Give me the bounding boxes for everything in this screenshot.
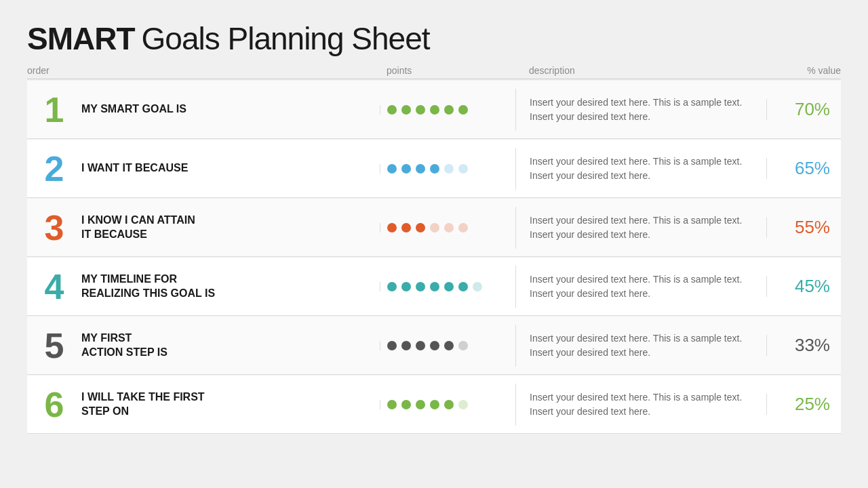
row-5-dot-5 bbox=[444, 341, 454, 350]
row-5-dot-2 bbox=[401, 341, 411, 350]
row-3-dot-2 bbox=[401, 223, 411, 232]
column-headers: order points description % value bbox=[27, 62, 841, 79]
row-3-dot-6 bbox=[458, 223, 468, 232]
row-2-order: 2 bbox=[27, 144, 81, 193]
row-2-description: Insert your desired text here. This is a… bbox=[515, 148, 766, 190]
row-3-order: 3 bbox=[27, 203, 81, 252]
row-3-points bbox=[380, 223, 515, 232]
row-1-label: MY SMART GOAL IS bbox=[81, 97, 380, 122]
table-row-1: 1MY SMART GOAL ISInsert your desired tex… bbox=[27, 81, 841, 139]
row-2-dot-5 bbox=[444, 164, 454, 174]
row-6-dot-5 bbox=[444, 400, 454, 409]
row-5-dot-1 bbox=[387, 341, 397, 350]
table-row-6: 6I WILL TAKE THE FIRSTSTEP ONInsert your… bbox=[27, 375, 841, 434]
row-6-dot-4 bbox=[430, 400, 439, 409]
row-1-dot-6 bbox=[458, 105, 468, 115]
row-6-description: Insert your desired text here. This is a… bbox=[515, 384, 766, 426]
row-3-label: I KNOW I CAN ATTAINIT BECAUSE bbox=[81, 208, 380, 247]
row-1-value: 70% bbox=[766, 99, 841, 120]
row-3-dot-3 bbox=[416, 223, 425, 232]
row-4-dot-3 bbox=[416, 282, 425, 291]
row-3-dot-1 bbox=[387, 223, 397, 232]
row-4-points bbox=[380, 282, 515, 291]
header-description: description bbox=[515, 65, 766, 76]
header-order: order bbox=[27, 65, 81, 76]
row-4-dot-7 bbox=[473, 282, 482, 291]
row-6-value: 25% bbox=[766, 394, 841, 415]
row-2-dot-1 bbox=[387, 164, 397, 174]
header-value: % value bbox=[766, 65, 841, 76]
row-1-dot-1 bbox=[387, 105, 397, 115]
row-4-dot-4 bbox=[430, 282, 439, 291]
page: SMART Goals Planning Sheet order points … bbox=[0, 0, 868, 488]
row-2-dot-2 bbox=[401, 164, 411, 174]
row-1-dot-4 bbox=[430, 105, 439, 115]
row-4-order: 4 bbox=[27, 262, 81, 311]
row-4-value: 45% bbox=[766, 276, 841, 297]
row-5-points bbox=[380, 341, 515, 350]
row-5-dot-3 bbox=[416, 341, 425, 350]
row-3-dot-5 bbox=[444, 223, 454, 232]
row-5-order: 5 bbox=[27, 321, 81, 370]
row-6-points bbox=[380, 400, 515, 409]
row-5-value: 33% bbox=[766, 335, 841, 356]
row-2-dot-4 bbox=[430, 164, 439, 174]
row-1-order: 1 bbox=[27, 85, 81, 134]
row-1-description: Insert your desired text here. This is a… bbox=[515, 89, 766, 131]
row-3-description: Insert your desired text here. This is a… bbox=[515, 207, 766, 249]
table-row-4: 4MY TIMELINE FORREALIZING THIS GOAL ISIn… bbox=[27, 258, 841, 316]
header-points: points bbox=[380, 65, 515, 76]
row-6-dot-1 bbox=[387, 400, 397, 409]
title-normal: Goals Planning Sheet bbox=[142, 20, 430, 57]
row-1-dot-5 bbox=[444, 105, 454, 115]
row-4-dot-5 bbox=[444, 282, 454, 291]
row-1-points bbox=[380, 105, 515, 115]
row-6-dot-3 bbox=[416, 400, 425, 409]
row-4-dot-6 bbox=[458, 282, 468, 291]
row-5-label: MY FIRSTACTION STEP IS bbox=[81, 326, 380, 365]
row-6-label: I WILL TAKE THE FIRSTSTEP ON bbox=[81, 385, 380, 424]
row-4-description: Insert your desired text here. This is a… bbox=[515, 266, 766, 308]
row-6-dot-6 bbox=[458, 400, 468, 409]
row-6-order: 6 bbox=[27, 380, 81, 429]
title-bold: SMART bbox=[27, 20, 135, 57]
row-6-dot-2 bbox=[401, 400, 411, 409]
row-5-description: Insert your desired text here. This is a… bbox=[515, 325, 766, 367]
row-2-dot-3 bbox=[416, 164, 425, 174]
row-4-dot-1 bbox=[387, 282, 397, 291]
table-row-5: 5MY FIRSTACTION STEP ISInsert your desir… bbox=[27, 317, 841, 375]
row-4-dot-2 bbox=[401, 282, 411, 291]
row-1-dot-3 bbox=[416, 105, 425, 115]
row-4-label: MY TIMELINE FORREALIZING THIS GOAL IS bbox=[81, 267, 380, 306]
row-3-dot-4 bbox=[430, 223, 439, 232]
row-2-label: I WANT IT BECAUSE bbox=[81, 156, 380, 181]
page-title-row: SMART Goals Planning Sheet bbox=[27, 20, 841, 57]
row-2-value: 65% bbox=[766, 158, 841, 179]
row-2-points bbox=[380, 164, 515, 174]
row-2-dot-6 bbox=[458, 164, 468, 174]
row-5-dot-6 bbox=[458, 341, 468, 350]
table-body: 1MY SMART GOAL ISInsert your desired tex… bbox=[27, 81, 841, 434]
row-3-value: 55% bbox=[766, 217, 841, 238]
table-row-2: 2I WANT IT BECAUSEInsert your desired te… bbox=[27, 140, 841, 198]
row-5-dot-4 bbox=[430, 341, 439, 350]
row-1-dot-2 bbox=[401, 105, 411, 115]
table-row-3: 3I KNOW I CAN ATTAINIT BECAUSEInsert you… bbox=[27, 199, 841, 257]
